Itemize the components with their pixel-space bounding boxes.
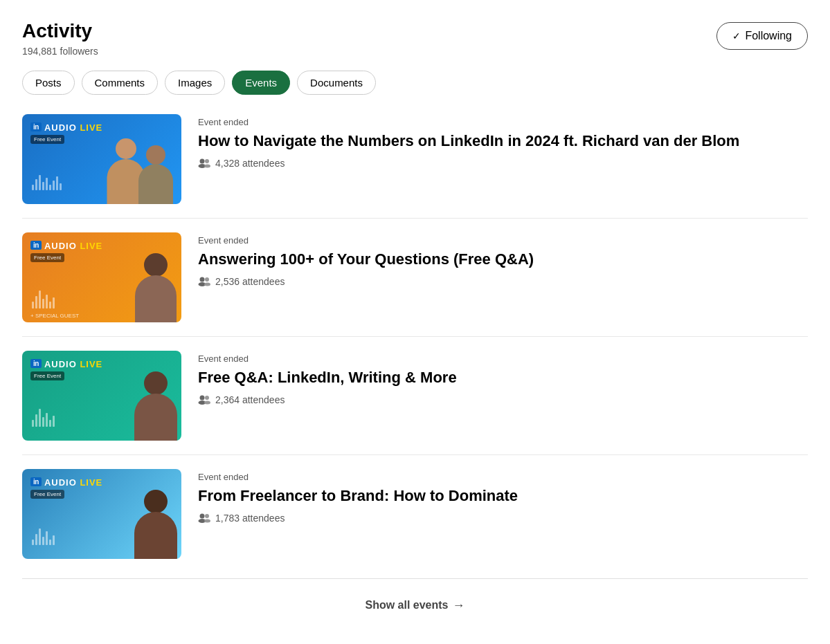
- svg-point-12: [200, 514, 205, 519]
- event-thumbnail-4[interactable]: in AUDIO LIVE Free Event: [22, 469, 181, 559]
- attendees-text-2: 2,536 attendees: [215, 276, 285, 287]
- title-block: Activity 194,881 followers: [22, 19, 98, 57]
- event-thumbnail-2[interactable]: in AUDIO LIVE Free Event + SPECIAL GUEST: [22, 232, 181, 322]
- event-item: in AUDIO LIVE Free Event: [22, 455, 808, 573]
- tab-comments[interactable]: Comments: [82, 71, 159, 95]
- event-thumbnail-1[interactable]: in AUDIO LIVE Free Event: [22, 114, 181, 204]
- event-status-4: Event ended: [198, 472, 808, 482]
- event-attendees-2: 2,536 attendees: [198, 276, 808, 287]
- event-info-3: Event ended Free Q&A: LinkedIn, Writing …: [198, 351, 808, 406]
- event-title-2[interactable]: Answering 100+ of Your Questions (Free Q…: [198, 250, 808, 270]
- svg-point-14: [205, 514, 209, 518]
- thumb-logo-2: in AUDIO LIVE: [30, 239, 102, 251]
- svg-point-15: [204, 519, 210, 523]
- tab-images[interactable]: Images: [165, 71, 225, 95]
- svg-point-4: [200, 277, 205, 282]
- show-all-footer: Show all events →: [22, 578, 808, 635]
- event-item: in AUDIO LIVE Free Event + SPECIAL GUEST: [22, 219, 808, 337]
- event-status-3: Event ended: [198, 353, 808, 364]
- tab-posts[interactable]: Posts: [22, 71, 75, 95]
- attendees-text-3: 2,364 attendees: [215, 394, 285, 405]
- following-label: Following: [745, 30, 792, 42]
- event-status-1: Event ended: [198, 117, 808, 127]
- event-status-2: Event ended: [198, 235, 808, 246]
- thumb-logo-4: in AUDIO LIVE: [30, 476, 102, 488]
- event-attendees-3: 2,364 attendees: [198, 394, 808, 405]
- activity-header: Activity 194,881 followers ✓ Following: [22, 19, 808, 57]
- event-item: in AUDIO LIVE Free Event: [22, 114, 808, 219]
- tabs-bar: Posts Comments Images Events Documents: [22, 71, 808, 95]
- events-list: in AUDIO LIVE Free Event: [22, 114, 808, 573]
- svg-point-8: [200, 396, 205, 401]
- tab-documents[interactable]: Documents: [297, 71, 376, 95]
- soundwave-icon: [32, 288, 55, 309]
- svg-point-0: [200, 159, 205, 164]
- show-all-events-button[interactable]: Show all events →: [365, 598, 464, 613]
- soundwave-icon: [32, 524, 55, 545]
- svg-point-2: [205, 159, 209, 163]
- attendees-icon: [198, 395, 210, 405]
- soundwave-icon: [32, 406, 55, 427]
- checkmark-icon: ✓: [732, 30, 741, 42]
- arrow-icon: →: [453, 598, 465, 613]
- svg-point-10: [205, 396, 209, 400]
- thumb-logo-1: in AUDIO LIVE: [30, 121, 102, 133]
- attendees-text-4: 1,783 attendees: [215, 513, 285, 524]
- svg-point-6: [205, 277, 209, 282]
- followers-count: 194,881 followers: [22, 46, 98, 57]
- event-title-4[interactable]: From Freelancer to Brand: How to Dominat…: [198, 486, 808, 506]
- event-info-2: Event ended Answering 100+ of Your Quest…: [198, 232, 808, 288]
- attendees-text-1: 4,328 attendees: [215, 158, 285, 169]
- event-thumbnail-3[interactable]: in AUDIO LIVE Free Event: [22, 351, 181, 441]
- event-attendees-1: 4,328 attendees: [198, 158, 808, 169]
- attendees-icon: [198, 158, 210, 168]
- attendees-icon: [198, 513, 210, 523]
- show-all-label: Show all events: [365, 599, 448, 611]
- event-item: in AUDIO LIVE Free Event: [22, 337, 808, 455]
- event-info-1: Event ended How to Navigate the Numbers …: [198, 114, 808, 169]
- event-title-1[interactable]: How to Navigate the Numbers on LinkedIn …: [198, 131, 808, 151]
- svg-point-7: [204, 283, 210, 286]
- event-attendees-4: 1,783 attendees: [198, 513, 808, 524]
- following-button[interactable]: ✓ Following: [716, 22, 808, 50]
- thumb-logo-3: in AUDIO LIVE: [30, 358, 102, 369]
- event-info-4: Event ended From Freelancer to Brand: Ho…: [198, 469, 808, 524]
- event-title-3[interactable]: Free Q&A: LinkedIn, Writing & More: [198, 368, 808, 388]
- soundwave-icon: [32, 169, 62, 190]
- page-title: Activity: [22, 19, 98, 43]
- tab-events[interactable]: Events: [232, 71, 290, 95]
- svg-point-11: [204, 401, 210, 405]
- svg-point-3: [204, 165, 210, 168]
- attendees-icon: [198, 277, 210, 286]
- activity-section: Activity 194,881 followers ✓ Following P…: [0, 0, 830, 635]
